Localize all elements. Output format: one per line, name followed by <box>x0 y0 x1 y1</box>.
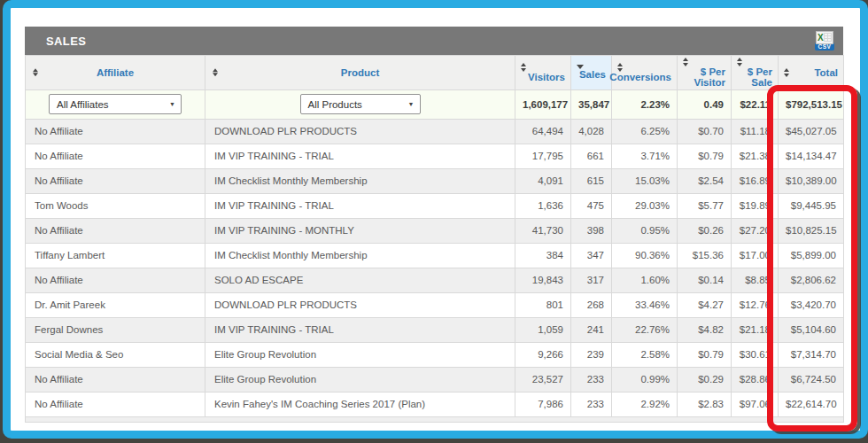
col-header-sales[interactable]: Sales <box>571 56 612 90</box>
cell-per-visitor: $2.83 <box>678 392 732 416</box>
cell-per-sale: $21.18 <box>732 317 779 342</box>
sort-icon[interactable] <box>784 68 789 77</box>
total-conversions: 2.23% <box>612 89 678 119</box>
sort-icon[interactable] <box>213 68 218 77</box>
cell-conversions: 3.71% <box>612 144 678 168</box>
col-header-conversions[interactable]: Conversions <box>612 56 678 90</box>
cell-visitors: 41,730 <box>515 218 571 243</box>
cell-total: $22,614.70 <box>779 392 844 416</box>
sort-icon[interactable] <box>683 58 688 66</box>
cell-total: $14,134.47 <box>779 144 844 168</box>
col-label: Total <box>814 67 838 78</box>
table-row: No Affiliate IM Checklist Monthly Member… <box>26 168 844 193</box>
cell-per-sale: $17.00 <box>732 243 779 268</box>
screenshot-stage: SALES X CSV <box>0 0 868 443</box>
table-row: Tom Woods IM VIP TRAINING - TRIAL 1,636 … <box>26 193 844 218</box>
partial-row <box>26 416 844 422</box>
col-header-per-sale[interactable]: $ Per Sale <box>732 56 779 90</box>
cell-visitors: 19,843 <box>515 268 571 292</box>
excel-icon: X <box>816 31 833 44</box>
cell-affiliate: Tiffany Lambert <box>26 243 205 268</box>
cell-total: $5,104.60 <box>779 317 844 342</box>
cell-conversions: 22.76% <box>612 317 678 342</box>
table-row: No Affiliate IM VIP TRAINING - TRIAL 17,… <box>26 144 844 168</box>
table-row: No Affiliate DOWNLOAD PLR PRODUCTS 64,49… <box>26 119 844 144</box>
col-label: Affiliate <box>31 67 199 78</box>
cell-conversions: 15.03% <box>612 168 678 193</box>
cell-conversions: 0.95% <box>612 218 678 243</box>
dropdown-arrow-icon: ▼ <box>408 101 415 107</box>
cell-per-visitor: $5.77 <box>678 193 732 218</box>
excel-x-letter: X <box>817 34 824 43</box>
total-amount: $792,513.15 <box>779 89 844 119</box>
col-label: $ Per Visitor <box>683 66 725 88</box>
table-row: No Affiliate SOLO AD ESCAPE 19,843 317 1… <box>26 268 844 292</box>
affiliate-filter-select[interactable]: All Affiliates ▼ <box>49 94 182 114</box>
browser-frame: SALES X CSV <box>3 0 868 439</box>
cell-affiliate: No Affiliate <box>26 144 205 168</box>
cell-total: $6,724.50 <box>779 367 844 392</box>
product-filter-value: All Products <box>308 99 362 110</box>
col-header-product[interactable]: Product <box>205 56 515 90</box>
cell-conversions: 90.36% <box>612 243 678 268</box>
cell-per-visitor: $0.79 <box>678 342 732 367</box>
cell-visitors: 801 <box>515 292 571 317</box>
cell-per-sale: $11.18 <box>732 119 779 144</box>
cell-total: $7,314.70 <box>779 342 844 367</box>
sort-icon[interactable] <box>737 58 742 66</box>
cell-product: IM Checklist Monthly Membership <box>205 168 515 193</box>
panel-header: SALES X CSV <box>25 27 843 55</box>
product-filter-select[interactable]: All Products ▼ <box>300 94 421 114</box>
cell-per-visitor: $0.70 <box>678 119 732 144</box>
cell-sales: 615 <box>571 168 612 193</box>
col-header-per-visitor[interactable]: $ Per Visitor <box>678 56 732 90</box>
cell-affiliate: Fergal Downes <box>26 317 205 342</box>
cell-affiliate: No Affiliate <box>26 119 205 144</box>
cell-conversions: 6.25% <box>612 119 678 144</box>
cell-conversions: 2.58% <box>612 342 678 367</box>
total-visitors: 1,609,177 <box>515 89 571 119</box>
sort-icon[interactable] <box>33 68 38 77</box>
cell-affiliate: No Affiliate <box>26 392 205 416</box>
cell-total: $10,825.15 <box>779 218 844 243</box>
cell-affiliate: No Affiliate <box>26 218 205 243</box>
cell-total: $3,420.70 <box>779 292 844 317</box>
affiliate-filter-value: All Affiliates <box>57 99 109 110</box>
cell-per-sale: $16.89 <box>732 168 779 193</box>
cell-per-visitor: $0.26 <box>678 218 732 243</box>
cell-per-visitor: $4.27 <box>678 292 732 317</box>
sort-icon[interactable] <box>617 63 623 72</box>
table-row: No Affiliate Elite Group Revolution 23,5… <box>26 367 844 392</box>
cell-conversions: 2.92% <box>612 392 678 416</box>
export-csv-button[interactable]: X CSV <box>815 31 834 51</box>
cell-sales: 661 <box>571 144 612 168</box>
cell-per-sale: $28.86 <box>732 367 779 392</box>
col-header-affiliate[interactable]: Affiliate <box>26 56 205 90</box>
column-header-row: Affiliate Product Visitors Sales <box>26 56 844 90</box>
col-header-visitors[interactable]: Visitors <box>515 56 571 90</box>
cell-product: DOWNLOAD PLR PRODUCTS <box>205 292 515 317</box>
cell-product: IM VIP TRAINING - TRIAL <box>205 144 515 168</box>
dropdown-arrow-icon: ▼ <box>169 101 175 107</box>
table-row: No Affiliate IM VIP TRAINING - MONTHLY 4… <box>26 218 844 243</box>
cell-sales: 233 <box>571 367 612 392</box>
cell-total: $2,806.62 <box>779 268 844 292</box>
cell-per-sale: $12.76 <box>732 292 779 317</box>
cell-total: $9,445.95 <box>779 193 844 218</box>
cell-per-visitor: $4.82 <box>678 317 732 342</box>
cell-sales: 233 <box>571 392 612 416</box>
col-label: Visitors <box>528 72 565 82</box>
cell-affiliate: No Affiliate <box>26 268 205 292</box>
cell-visitors: 1,059 <box>515 317 571 342</box>
cell-visitors: 384 <box>515 243 571 268</box>
col-label: Sales <box>579 69 606 80</box>
col-label: Conversions <box>609 72 671 82</box>
cell-per-sale: $8.85 <box>732 268 779 292</box>
cell-per-visitor: $0.29 <box>678 367 732 392</box>
cell-visitors: 4,091 <box>515 168 571 193</box>
sort-icon[interactable] <box>521 63 526 72</box>
cell-per-visitor: $0.14 <box>678 268 732 292</box>
total-sales: 35,847 <box>571 89 612 119</box>
cell-conversions: 29.03% <box>612 193 678 218</box>
col-header-total[interactable]: Total <box>779 56 844 90</box>
